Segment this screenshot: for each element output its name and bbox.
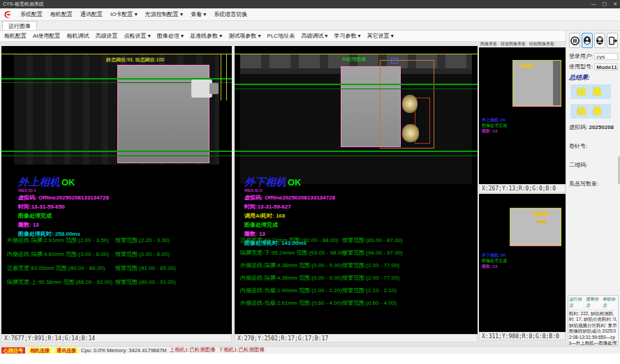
measure-row: 正极宽度:83.77mm 范围:(82.00 - 88.00) 报警范围:(83… (235, 236, 478, 249)
middle-result-ok: OK (288, 177, 302, 188)
measure-row: 外侧基线-负极:2.61mm 范围:(0.60 - 4.00) 报警范围:(0.… (235, 299, 478, 312)
view-tab-draw[interactable]: 绘制图像查看 (529, 41, 554, 47)
tool-spotcheck-settings[interactable]: 点检设置 ▾ (124, 32, 151, 40)
measure-line (235, 156, 478, 156)
cpu-memory-text: Cpu: 0.0% Memory: 3424.4179687M (81, 347, 167, 354)
tool-test-params[interactable]: 测试项参数 ▾ (228, 32, 260, 40)
title-bar: CYS-视觉检测系统 — ▢ ✕ (0, 0, 620, 8)
thumbnail-marker (521, 64, 533, 68)
measure-row: 正极宽度:83.05mm 范围:(80.00 - 86.00) 报警范围:(81… (1, 264, 232, 277)
alarm-range: 报警范围:(83.00 - 87.00) (342, 236, 403, 244)
bottom-thumbnail-view[interactable]: 外下相机 OK 图像处理完成 圈数: 13 (479, 194, 566, 332)
result-badge-top: 结 果 (570, 84, 611, 99)
thumb-camera-name: 外上相机 OK (482, 117, 507, 123)
tab-run-image[interactable]: 运行图像 (2, 21, 37, 30)
left-result-ok: OK (61, 177, 75, 188)
operator-headset-button[interactable] (594, 33, 605, 48)
measure-value: 外侧基线-隔膜:2.91mm 范围:(2.00 - 3.50) (7, 236, 109, 244)
thumb-camera-name: 外下相机 OK (482, 252, 507, 258)
measure-row: 外侧基线-隔膜:4.38mm 范围:(0.00 - 9.00) 报警范围:(2.… (235, 261, 478, 274)
measure-value: 内侧基线-隔膜:4.60mm 范围:(3.00 - 6.00) (7, 250, 109, 258)
measure-value: 外侧基线-隔膜:4.38mm 范围:(0.00 - 9.00) (240, 261, 342, 269)
menu-language-switch[interactable]: 系统语言切换 (214, 10, 247, 18)
thumb-status: 图像处理完成 (482, 123, 507, 128)
menu-light-config[interactable]: 光源控制配置 ▾ (145, 10, 183, 18)
tool-advanced-settings[interactable]: 高级设置 (96, 32, 118, 40)
thumbnail-shadow (553, 61, 561, 105)
alarm-range: 报警范围:(0.60 - 4.00) (342, 299, 397, 307)
mes-id: MES:ID:0 (244, 188, 335, 193)
middle-time: 时间:13-31-59-627 (244, 202, 335, 211)
thumbnail-marker (510, 245, 561, 246)
reflection-highlight (402, 95, 418, 113)
thumbnail-marker (533, 212, 549, 216)
menu-io-config[interactable]: IO卡配置 ▾ (110, 10, 138, 18)
left-time: 时间:13-31-59-650 (18, 202, 109, 211)
menu-bar: 系统配置 相机配置 通讯配置 IO卡配置 ▾ 光源控制配置 ▾ 查看 ▾ 系统语… (0, 8, 620, 21)
upper-camera-status: 上相机1:已检测图像 (170, 347, 216, 354)
roi-rect-blue (391, 58, 398, 63)
heartbeat-badge: 心跳信号 (1, 347, 25, 354)
tab-strip: 运行图像 (0, 21, 620, 31)
menu-view[interactable]: 查看 ▾ (191, 10, 206, 18)
needle-number-label: 卷针号: (569, 142, 618, 150)
measure-value: 正极宽度:83.05mm 范围:(80.00 - 86.00) (7, 264, 105, 272)
menu-camera-config[interactable]: 相机配置 (50, 10, 73, 18)
middle-camera-view[interactable]: AI处理图像 外下相机OK MES:ID:0 虚拟码: Offline20250… (235, 46, 478, 334)
tool-learning-params[interactable]: 学习参数 ▾ (334, 32, 360, 40)
pause-button[interactable] (569, 33, 580, 48)
left-process-status: 图像处理完成 (18, 211, 109, 220)
info-tab-alarm[interactable]: 报警信息 (586, 296, 600, 309)
tool-camera-config[interactable]: 相机配置 (4, 32, 27, 40)
measure-row: 隔膜宽度-上:90.56mm 范围:(88.00 - 92.00) 报警范围:(… (1, 278, 232, 291)
thumbnail-marker (536, 220, 546, 223)
tool-camera-debug[interactable]: 相机调试 (67, 32, 89, 40)
exit-button[interactable] (607, 33, 618, 48)
tool-baseline-params[interactable]: 基准线参数 ▾ (190, 32, 222, 40)
measure-value: 隔膜宽度-下:95.24mm 范围:(93.00 - 98.00) (240, 249, 346, 257)
tool-advanced-debug[interactable]: 高级调试 ▾ (301, 32, 327, 40)
measure-value: 内侧基线-负极:1.90mm 范围:(1.00 - 2.20) (240, 287, 342, 294)
tool-ai-config[interactable]: AI使用配置 (33, 32, 61, 40)
status-bar: 心跳信号 相机连接 通讯连接 Cpu: 0.0% Memory: 3424.41… (0, 346, 620, 354)
view-tab-image[interactable]: 图像查看 (480, 41, 497, 47)
window-title: CYS-视觉检测系统 (3, 1, 591, 8)
close-button[interactable]: ✕ (613, 1, 617, 7)
app-window: CYS-视觉检测系统 — ▢ ✕ 系统配置 相机配置 通讯配置 IO卡配置 ▾ … (0, 0, 620, 364)
tool-plc-address[interactable]: PLC地址表 (267, 32, 295, 40)
maximize-button[interactable]: ▢ (603, 1, 607, 7)
model-field[interactable]: Mode11 (594, 63, 618, 70)
top-thumb-coordinate-bar: X:267;Y:13;R:0;G:0;B:0 (479, 184, 566, 192)
alarm-range: 报警范围:(89.00 - 91.00) (115, 278, 176, 286)
minimize-button[interactable]: — (591, 1, 596, 7)
result-badge-bottom: 结 果 (570, 104, 611, 119)
measure-line (235, 89, 478, 89)
left-camera-view[interactable]: 静态阈值:93, 动态阈值:100 外上相机OK MES:ID:1 虚拟码: O… (1, 46, 232, 334)
view-tab-stitch[interactable]: 拼接图像查看 (501, 41, 526, 47)
measure-value: 正极宽度:83.77mm 范围:(82.00 - 88.00) (240, 236, 339, 244)
total-result-label: 总结果: (569, 73, 618, 82)
qr-code-label: 二维码: (569, 161, 618, 169)
comm-link-badge: 通讯连接 (54, 347, 78, 354)
info-tab-run[interactable]: 运行信息 (569, 296, 584, 309)
alarm-range: 报警范围:(2.00 - 77.00) (342, 274, 399, 282)
tool-other-settings[interactable]: 其它设置 ▾ (367, 32, 394, 40)
alarm-range: 报警范围:(2.20 - 3.30) (115, 236, 170, 244)
top-thumbnail-view[interactable]: 外上相机 OK 图像处理完成 圈数: 13 (479, 47, 566, 184)
view-mode-tabs: 图像查看 拼接图像查看 绘制图像查看 (479, 40, 566, 47)
menu-system-config[interactable]: 系统配置 (20, 10, 43, 18)
login-user-label: 登录用户: (569, 52, 593, 60)
alarm-range: 报警范围:(81.00 - 85.00) (115, 264, 176, 272)
alarm-range: 报警范围:(94.00 - 97.00) (342, 249, 403, 257)
measure-line (1, 156, 232, 156)
thumbnail-marker (512, 106, 561, 107)
menu-comm-config[interactable]: 通讯配置 (80, 10, 103, 18)
user-login-button[interactable] (582, 33, 593, 48)
login-user-field[interactable]: cys (594, 53, 618, 60)
virtual-code-value: 20250208 (589, 124, 614, 130)
sidebar: 登录用户: cys 使用型号: Mode11 总结果: 结 果 结 果 虚拟码:… (566, 31, 620, 346)
info-tab-help[interactable]: 帮助信息 (603, 296, 617, 309)
measure-value: 内侧基线-隔膜:4.36mm 范围:(0.00 - 9.00) (240, 274, 342, 282)
tool-image-processing[interactable]: 图像处理 ▾ (157, 32, 184, 40)
thumbnail-overlay-text: 外上相机 OK 图像处理完成 圈数: 13 (482, 117, 507, 134)
